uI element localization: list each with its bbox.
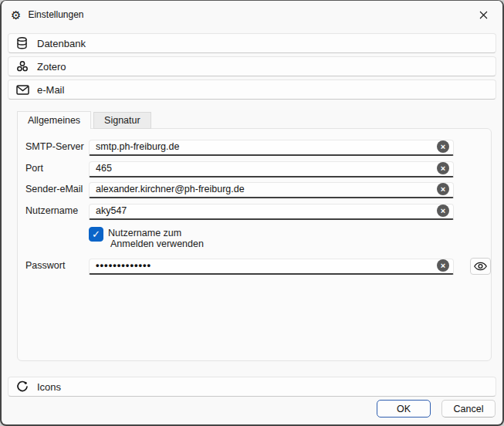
username-input[interactable]	[89, 204, 454, 220]
username-row: Nutzername ×	[25, 203, 483, 219]
tab-signatur[interactable]: Signatur	[93, 112, 151, 129]
clear-icon[interactable]: ×	[437, 140, 449, 153]
check-icon: ✓	[92, 228, 100, 240]
section-icons[interactable]: Icons	[8, 377, 496, 397]
port-label: Port	[25, 161, 87, 177]
username-label: Nutzername	[25, 203, 87, 219]
use-username-row: ✓ Nutzername zum Anmelden verwenden	[89, 227, 204, 250]
clear-icon[interactable]: ×	[437, 259, 449, 272]
email-general-panel: SMTP-Server × Port × Sender-eMail × Nutz…	[17, 128, 492, 361]
clear-icon[interactable]: ×	[437, 183, 449, 195]
section-email[interactable]: e-Mail	[8, 79, 496, 100]
tab-allgemeines[interactable]: Allgemeines	[17, 111, 91, 129]
port-input[interactable]	[89, 161, 454, 178]
title-bar: ⚙ Einstellungen	[2, 1, 502, 29]
sender-email-row: Sender-eMail ×	[25, 181, 483, 198]
gear-icon: ⚙	[11, 9, 21, 21]
password-label: Passwort	[25, 258, 87, 274]
close-icon	[479, 11, 488, 19]
sender-email-label: Sender-eMail	[25, 181, 87, 198]
password-row: Passwort ×	[25, 258, 483, 274]
settings-dialog: ⚙ Einstellungen Datenbank Zotero	[0, 0, 504, 426]
reveal-password-button[interactable]	[470, 258, 491, 275]
port-row: Port ×	[25, 161, 483, 177]
close-button[interactable]	[472, 5, 495, 24]
refresh-icon	[16, 380, 29, 394]
section-zotero-label: Zotero	[37, 61, 66, 73]
use-username-checkbox[interactable]: ✓	[89, 227, 103, 242]
smtp-server-input[interactable]	[89, 140, 454, 156]
section-email-label: e-Mail	[37, 84, 64, 96]
sender-email-input[interactable]	[89, 182, 454, 198]
clear-icon[interactable]: ×	[437, 162, 449, 174]
password-input[interactable]	[89, 259, 454, 275]
mail-icon	[16, 83, 29, 96]
smtp-server-row: SMTP-Server ×	[25, 139, 483, 155]
use-username-label: Nutzername zum Anmelden verwenden	[108, 227, 204, 250]
section-zotero[interactable]: Zotero	[8, 56, 496, 76]
smtp-server-label: SMTP-Server	[25, 139, 87, 155]
eye-icon	[474, 262, 487, 271]
clear-icon[interactable]: ×	[437, 205, 449, 217]
cancel-button[interactable]: Cancel	[441, 400, 496, 418]
section-icons-label: Icons	[37, 381, 61, 393]
zotero-icon	[16, 60, 29, 73]
ok-button[interactable]: OK	[377, 400, 431, 418]
window-title: Einstellungen	[28, 9, 83, 20]
email-tabstrip: Allgemeines Signatur	[17, 111, 151, 129]
section-datenbank-label: Datenbank	[37, 38, 86, 49]
database-icon	[16, 37, 29, 50]
section-datenbank[interactable]: Datenbank	[8, 33, 496, 53]
